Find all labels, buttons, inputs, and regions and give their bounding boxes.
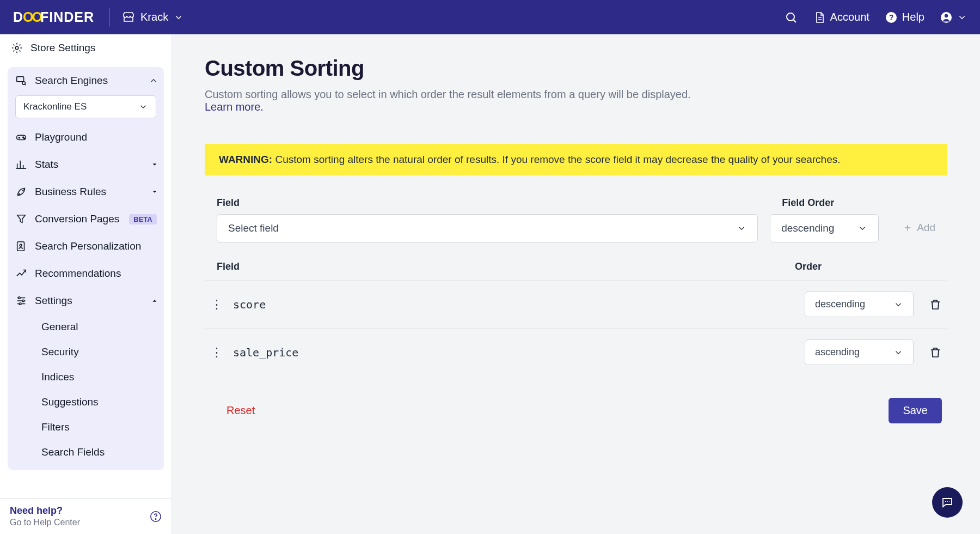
plus-icon (903, 223, 912, 233)
field-label: Field (217, 197, 758, 209)
brand-d: D (13, 9, 23, 25)
caret-down-icon (151, 161, 158, 168)
personalization-label: Search Personalization (35, 240, 141, 252)
trend-icon (15, 268, 27, 280)
help-footer-title: Need help? (10, 505, 80, 517)
account-label: Account (830, 11, 869, 23)
help-footer-sub: Go to Help Center (10, 518, 80, 527)
settings-submenu: General Security Indices Suggestions Fil… (8, 314, 164, 465)
sidebar-item-store-settings[interactable]: Store Settings (0, 34, 171, 62)
sidebar-item-playground[interactable]: Playground (8, 124, 164, 151)
page-title: Custom Sorting (205, 56, 947, 81)
drag-handle-icon[interactable] (210, 347, 223, 359)
sub-general[interactable]: General (36, 314, 164, 339)
sidebar-item-stats[interactable]: Stats (8, 151, 164, 178)
svg-point-4 (945, 14, 948, 17)
sidebar-item-conversion[interactable]: Conversion Pages BETA (8, 205, 164, 233)
brand-logo[interactable]: DOOFINDER (13, 9, 94, 25)
save-button[interactable]: Save (889, 398, 942, 423)
store-switcher[interactable]: Krack (122, 11, 183, 24)
sidebar-item-settings[interactable]: Settings (8, 287, 164, 314)
beta-badge: BETA (129, 214, 156, 224)
sidebar-item-search-engines[interactable]: Search Engines (8, 67, 164, 94)
chevron-down-icon (957, 13, 967, 22)
chat-icon (941, 496, 954, 509)
trash-icon[interactable] (929, 346, 942, 359)
funnel-icon (15, 213, 27, 225)
chevron-down-icon (893, 300, 903, 310)
list-headers: Field Order (205, 261, 947, 280)
sidebar: Store Settings Search Engines Krackonlin… (0, 34, 172, 534)
add-button-label: Add (917, 222, 935, 234)
sidebar-item-recommendations[interactable]: Recommendations (8, 260, 164, 287)
sub-security[interactable]: Security (36, 339, 164, 365)
svg-point-0 (787, 13, 794, 21)
field-select-value: Select field (228, 222, 279, 234)
svg-rect-6 (17, 77, 24, 82)
sub-filters[interactable]: Filters (36, 415, 164, 440)
brand-finder: FINDER (40, 9, 94, 25)
conversion-label: Conversion Pages (35, 213, 119, 225)
sort-row: sale_price ascending (205, 328, 947, 376)
field-order-label: Field Order (782, 197, 879, 209)
sub-search-fields[interactable]: Search Fields (36, 440, 164, 465)
row-order-select[interactable]: ascending (805, 339, 914, 365)
order-select-value: descending (781, 222, 834, 234)
field-select[interactable]: Select field (217, 214, 758, 242)
topbar: DOOFINDER Krack Account ? Help (0, 0, 980, 34)
chat-fab[interactable] (932, 487, 963, 518)
add-sort-form: Field Select field Field Order descendin… (205, 197, 947, 242)
page-desc: Custom sorting allows you to select in w… (205, 88, 947, 113)
svg-point-10 (24, 138, 25, 139)
warning-text: Custom sorting alters the natural order … (272, 154, 840, 165)
sidebar-item-personalization[interactable]: Search Personalization (8, 233, 164, 260)
store-name: Krack (140, 11, 168, 23)
learn-more-link[interactable]: Learn more. (205, 101, 264, 113)
page-desc-text: Custom sorting allows you to select in w… (205, 88, 691, 100)
svg-text:?: ? (889, 13, 894, 22)
rocket-icon (15, 186, 27, 198)
brand-oo: OO (23, 9, 41, 25)
user-icon (940, 11, 953, 24)
row-order-value: ascending (815, 347, 860, 358)
drag-handle-icon[interactable] (210, 299, 223, 311)
business-rules-label: Business Rules (35, 186, 106, 198)
help-circle-icon (150, 511, 162, 523)
order-select[interactable]: descending (770, 214, 879, 242)
recommendations-label: Recommendations (35, 268, 121, 280)
main-content: Custom Sorting Custom sorting allows you… (172, 34, 980, 534)
row-order-value: descending (815, 299, 865, 310)
sort-row: score descending (205, 280, 947, 328)
reset-button[interactable]: Reset (226, 398, 255, 423)
help-link[interactable]: ? Help (885, 11, 924, 24)
sliders-icon (15, 295, 27, 307)
engine-selected-label: Krackonline ES (23, 101, 87, 112)
gamepad-icon (15, 131, 27, 143)
sub-indices[interactable]: Indices (36, 365, 164, 390)
sub-suggestions[interactable]: Suggestions (36, 390, 164, 415)
caret-up-icon (151, 297, 158, 305)
row-order-select[interactable]: descending (805, 292, 914, 317)
svg-point-14 (22, 300, 24, 302)
trash-icon[interactable] (929, 298, 942, 311)
account-link[interactable]: Account (813, 11, 869, 24)
add-button[interactable]: Add (891, 213, 947, 242)
chevron-down-icon (174, 13, 183, 22)
caret-down-icon (151, 188, 158, 196)
playground-label: Playground (35, 131, 87, 143)
search-icon[interactable] (785, 11, 798, 24)
sidebar-item-business-rules[interactable]: Business Rules (8, 178, 164, 205)
user-menu[interactable] (940, 11, 967, 24)
chevron-down-icon (737, 223, 746, 233)
help-icon: ? (885, 11, 898, 24)
store-settings-label: Store Settings (30, 42, 95, 54)
engine-select[interactable]: Krackonline ES (15, 95, 156, 118)
help-footer[interactable]: Need help? Go to Help Center (0, 498, 171, 534)
chevron-down-icon (138, 102, 148, 112)
svg-point-5 (15, 46, 19, 50)
divider (109, 8, 110, 27)
form-actions: Reset Save (205, 398, 947, 423)
document-icon (813, 11, 826, 24)
warning-banner: WARNING: Custom sorting alters the natur… (205, 144, 947, 175)
svg-point-15 (19, 303, 21, 305)
